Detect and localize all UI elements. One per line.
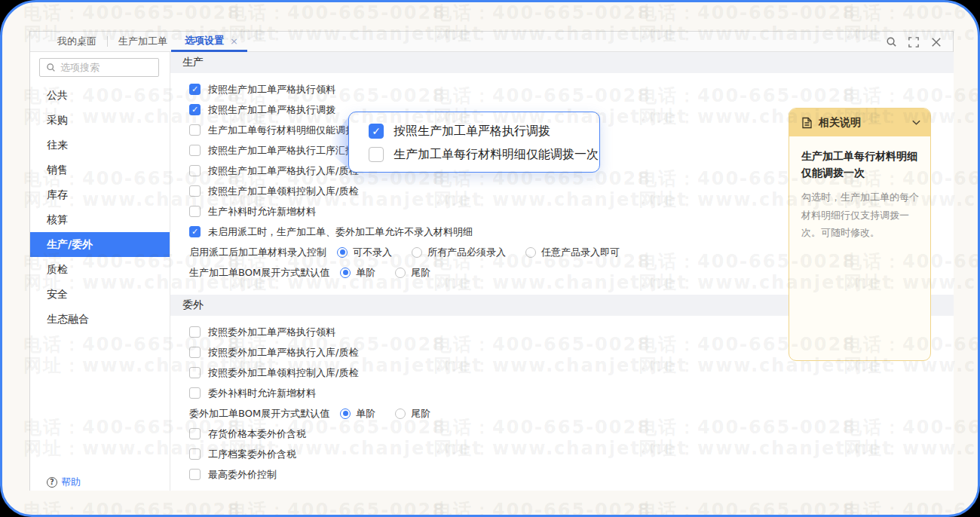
search-icon (46, 63, 56, 72)
related-notes-title: 相关说明 (819, 116, 911, 130)
app-panel: 我的桌面 生产加工单 选项设置 × (29, 31, 954, 491)
radio-option[interactable]: 单阶 (340, 407, 375, 421)
checkbox-row[interactable]: ✓ 工序档案委外价含税 (189, 444, 954, 464)
sidebar-item-accounting[interactable]: 核算 (30, 207, 170, 232)
watermark-phone: 电话：400-665-0028 (639, 2, 856, 25)
radio-icon (395, 268, 406, 278)
checkbox-row[interactable]: ✓ 按照委外加工单领料控制入库/质检 (189, 363, 954, 383)
check-icon: ✓ (191, 228, 198, 236)
watermark-phone: 电话：400-665-0028 (23, 2, 241, 25)
checkbox-label: 按照生产加工单领料控制入库/质检 (208, 185, 358, 198)
checkbox-label: 委外补料时允许新增材料 (208, 387, 316, 400)
checkbox-label: 按照生产加工单严格执行入库/质检 (208, 164, 358, 178)
note-title: 生产加工单每行材料明细仅能调拨一次 (801, 148, 920, 181)
radio-icon (340, 408, 351, 419)
popup-checkbox-label: 生产加工单每行材料明细仅能调拨一次 (394, 147, 599, 163)
tab-production-order[interactable]: 生产加工单 (108, 32, 178, 51)
sidebar-item-eco[interactable]: 生态融合 (30, 307, 170, 332)
checkbox[interactable]: ✓ (189, 185, 201, 197)
checkbox[interactable]: ✓ (189, 206, 201, 217)
checkbox[interactable]: ✓ (189, 387, 201, 399)
close-icon[interactable] (930, 36, 942, 48)
radio-group-label: 生产加工单BOM展开方式默认值 (189, 266, 329, 280)
sidebar-item-production-outsourcing[interactable]: 生产/委外 (30, 232, 170, 257)
radio-option-label: 尾阶 (411, 266, 430, 280)
sidebar-item-security[interactable]: 安全 (30, 282, 170, 307)
checkbox[interactable]: ✓ (189, 448, 201, 460)
checkbox-row[interactable]: ✓ 存货价格本委外价含税 (189, 424, 954, 444)
watermark-phone: 电话：400-665-0028 (844, 2, 978, 25)
checkbox[interactable]: ✓ (189, 428, 201, 439)
radio-option[interactable]: 可不录入 (337, 246, 392, 259)
checkbox[interactable]: ✓ (189, 226, 201, 237)
checkbox-label: 按照生产加工单严格执行领料 (208, 83, 335, 96)
checkbox-row[interactable]: ✓ 最高委外价控制 (189, 464, 954, 485)
checkbox[interactable]: ✓ (189, 367, 201, 378)
checkbox-label: 工序档案委外价含税 (208, 448, 296, 461)
popup-checkbox-row[interactable]: ✓ 生产加工单每行材料明细仅能调拨一次 (369, 145, 599, 164)
app-window: 我的桌面 生产加工单 选项设置 × (0, 0, 980, 517)
checkbox[interactable]: ✓ (189, 165, 201, 176)
tab-bar: 我的桌面 生产加工单 选项设置 × (30, 32, 953, 52)
check-icon: ✓ (191, 85, 198, 93)
checkbox-row[interactable]: ✓ 按照生产加工单严格执行领料 (189, 79, 954, 99)
radio-option[interactable]: 所有产品必须录入 (412, 246, 506, 259)
section-production-header: 生产 (170, 52, 954, 73)
checkbox[interactable]: ✓ (189, 145, 201, 156)
checkbox[interactable]: ✓ (189, 347, 201, 358)
checkbox-row[interactable]: ✓ 委外补料时允许新增材料 (189, 383, 954, 403)
radio-option-label: 尾阶 (411, 407, 430, 421)
checkbox-label: 按照委外加工单领料控制入库/质检 (208, 366, 358, 380)
sidebar-item-public[interactable]: 公共 (30, 83, 170, 108)
option-search-box[interactable] (39, 58, 159, 77)
checkbox[interactable]: ✓ (369, 124, 384, 139)
checkbox[interactable]: ✓ (369, 147, 384, 162)
checkbox-label: 最高委外价控制 (208, 468, 277, 482)
search-icon[interactable] (885, 36, 897, 48)
checkbox-label: 生产补料时允许新增材料 (208, 205, 316, 219)
checkbox-label: 按照委外加工单严格执行领料 (208, 326, 335, 339)
sidebar-item-sales[interactable]: 销售 (30, 158, 170, 182)
checkbox[interactable]: ✓ (189, 84, 201, 95)
tab-close-icon[interactable]: × (230, 35, 238, 47)
help-link[interactable]: ? 帮助 (47, 476, 81, 489)
sidebar-item-quality[interactable]: 质检 (30, 257, 170, 282)
radio-icon (395, 408, 406, 419)
note-text: 勾选时，生产加工单的每个材料明细行仅支持调拨一次。可随时修改。 (801, 188, 920, 240)
radio-option[interactable]: 尾阶 (395, 266, 430, 280)
checkbox-label: 按照委外加工单严格执行入库/质检 (208, 346, 358, 359)
option-search-input[interactable] (60, 62, 152, 73)
tab-option-settings[interactable]: 选项设置 × (171, 32, 247, 52)
watermark-phone: 电话：400-665-0028 (433, 498, 651, 515)
question-icon: ? (47, 477, 57, 488)
tabbar-actions (885, 32, 942, 52)
tab-option-settings-label: 选项设置 (185, 34, 224, 47)
fullscreen-icon[interactable] (908, 36, 920, 48)
radio-option[interactable]: 尾阶 (395, 407, 430, 421)
sidebar-item-purchase[interactable]: 采购 (30, 108, 170, 133)
zoom-popup: ✓ 按照生产加工单严格执行调拨 ✓ 生产加工单每行材料明细仅能调拨一次 (348, 112, 600, 173)
radio-group-label: 委外加工单BOM展开方式默认值 (189, 407, 329, 421)
check-icon: ✓ (372, 126, 381, 136)
document-icon (801, 117, 813, 129)
popup-checkbox-row[interactable]: ✓ 按照生产加工单严格执行调拨 (369, 121, 599, 141)
sidebar-item-inventory[interactable]: 库存 (30, 182, 170, 207)
sidebar-item-contacts[interactable]: 往来 (30, 133, 170, 158)
chevron-down-icon[interactable] (911, 118, 921, 127)
checkbox[interactable]: ✓ (189, 326, 201, 338)
checkbox[interactable]: ✓ (189, 469, 201, 480)
radio-option[interactable]: 单阶 (340, 266, 375, 280)
radio-option-label: 所有产品必须录入 (427, 246, 506, 259)
related-notes-header[interactable]: 相关说明 (789, 109, 930, 136)
radio-option-label: 单阶 (356, 266, 375, 280)
tab-my-desktop[interactable]: 我的桌面 (47, 32, 107, 51)
watermark-phone: 电话：400-665-0028 (639, 498, 856, 515)
checkbox[interactable]: ✓ (189, 124, 201, 136)
checkbox[interactable]: ✓ (189, 104, 201, 115)
help-label: 帮助 (61, 476, 81, 489)
radio-icon (340, 268, 351, 278)
settings-content: 生产 ✓ 按照生产加工单严格执行领料 ✓ 按照生产加工单严格执行调拨 ✓ 生产加… (170, 52, 954, 491)
radio-option[interactable]: 任意产品录入即可 (525, 246, 620, 259)
sidebar: 公共 采购 往来 销售 库存 核算 生产/委外 质检 安全 生态融合 ? 帮助 (30, 52, 170, 491)
watermark-phone: 电话：400-665-0028 (228, 498, 446, 515)
